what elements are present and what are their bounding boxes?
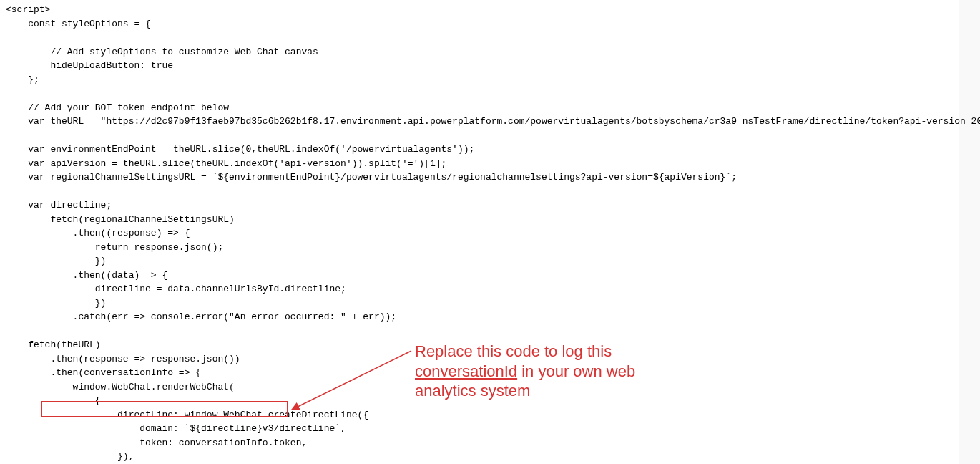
annotation-callout: Replace this code to log this conversati… (415, 342, 635, 401)
code-line: }), (6, 451, 134, 462)
code-line: var apiVersion = theURL.slice(theURL.ind… (6, 158, 446, 169)
code-line: }; (6, 74, 39, 85)
code-line: directLine: window.WebChat.createDirectL… (6, 410, 368, 420)
code-line: .then(conversationInfo => { (6, 367, 201, 378)
code-line: }) (6, 256, 106, 266)
code-line: var theURL = "https://d2c97b9f13faeb97bd… (6, 116, 980, 127)
code-line: var directline; (6, 200, 112, 211)
code-line: .then((data) => { (6, 270, 167, 281)
annotation-text-line: conversationId in your own web (415, 362, 635, 382)
code-line: var environmentEndPoint = theURL.slice(0… (6, 144, 474, 155)
code-line: return response.json(); (6, 242, 223, 253)
code-line: fetch(regionalChannelSettingsURL) (6, 214, 235, 225)
code-line: fetch(theURL) (6, 339, 101, 350)
code-line: var regionalChannelSettingsURL = `${envi… (6, 172, 737, 183)
annotation-text-line: analytics system (415, 381, 635, 401)
code-line: const styleOptions = { (6, 19, 151, 29)
code-line: domain: `${directline}v3/directline`, (6, 423, 346, 434)
code-line: .then((response) => { (6, 228, 190, 238)
code-line: // Add styleOptions to customize Web Cha… (6, 47, 318, 57)
code-line: <script> (6, 4, 50, 15)
code-line: directline = data.channelUrlsById.direct… (6, 284, 346, 294)
code-line: // Add your BOT token endpoint below (6, 102, 229, 113)
code-line: token: conversationInfo.token, (6, 438, 307, 448)
code-line: hideUploadButton: true (6, 60, 173, 71)
code-line: .then(response => response.json()) (6, 354, 240, 364)
code-line: .catch(err => console.error("An error oc… (6, 311, 396, 322)
code-line: window.WebChat.renderWebChat( (6, 382, 235, 392)
code-line: { (6, 395, 101, 406)
code-line: }) (6, 298, 106, 309)
annotation-text-line: Replace this code to log this (415, 342, 635, 362)
